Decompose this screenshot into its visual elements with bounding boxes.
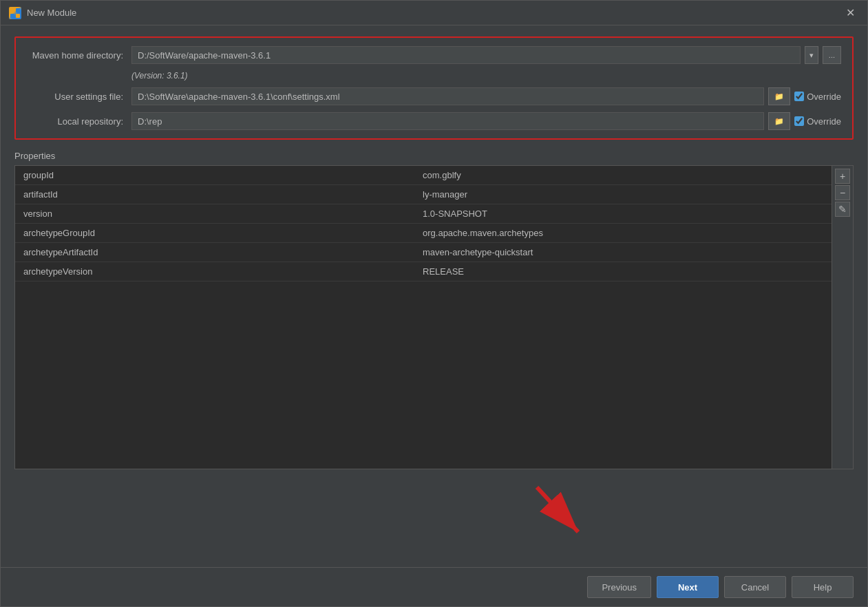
property-key: artifactId — [15, 189, 414, 200]
property-key: archetypeArtifactId — [15, 247, 414, 257]
table-actions: + − ✎ — [832, 166, 853, 469]
help-button[interactable]: Help — [792, 576, 854, 598]
footer: Previous Next Cancel Help — [1, 567, 867, 606]
local-repo-browse-btn[interactable]: 📁 — [768, 112, 790, 130]
svg-rect-1 — [16, 8, 20, 12]
table-row[interactable]: version 1.0-SNAPSHOT — [15, 204, 832, 224]
previous-button[interactable]: Previous — [587, 576, 651, 598]
maven-home-dropdown-btn[interactable]: ▾ — [805, 46, 818, 64]
property-value: 1.0-SNAPSHOT — [414, 209, 832, 219]
title-bar-left: New Module — [9, 7, 76, 19]
local-repo-override-checkbox[interactable] — [794, 116, 804, 126]
properties-table-wrap: groupId com.gblfy artifactId ly-manager … — [14, 165, 854, 469]
table-row[interactable]: archetypeGroupId org.apache.maven.archet… — [15, 224, 832, 243]
properties-title: Properties — [14, 151, 854, 161]
maven-home-row: Maven home directory: ▾ ... — [27, 46, 841, 64]
svg-line-5 — [537, 487, 578, 532]
table-row[interactable]: archetypeArtifactId maven-archetype-quic… — [15, 243, 832, 262]
local-repo-row: Local repository: 📁 Override — [27, 112, 841, 130]
title-bar: New Module ✕ — [1, 1, 867, 25]
remove-property-button[interactable]: − — [835, 185, 850, 200]
user-settings-label: User settings file: — [27, 92, 123, 102]
app-icon — [9, 7, 21, 19]
add-property-button[interactable]: + — [835, 169, 850, 184]
next-button[interactable]: Next — [657, 576, 719, 598]
maven-home-label: Maven home directory: — [27, 50, 123, 61]
close-button[interactable]: ✕ — [842, 5, 859, 21]
property-key: archetypeGroupId — [15, 228, 414, 238]
window-title: New Module — [27, 8, 76, 18]
local-repo-override-wrap: Override — [794, 116, 841, 127]
maven-home-input[interactable] — [131, 46, 801, 64]
table-row[interactable]: archetypeVersion RELEASE — [15, 262, 832, 281]
arrow-area — [14, 480, 854, 556]
local-repo-override-label: Override — [807, 116, 841, 127]
properties-table: groupId com.gblfy artifactId ly-manager … — [15, 166, 832, 469]
content-area: Maven home directory: ▾ ... (Version: 3.… — [1, 25, 867, 567]
user-settings-row: User settings file: 📁 Override — [27, 87, 841, 105]
property-value: RELEASE — [414, 266, 832, 277]
maven-version-hint: (Version: 3.6.1) — [131, 71, 841, 81]
table-row[interactable]: artifactId ly-manager — [15, 185, 832, 204]
property-key: groupId — [15, 170, 414, 180]
user-settings-override-wrap: Override — [794, 92, 841, 102]
user-settings-browse-btn[interactable]: 📁 — [768, 87, 790, 105]
property-value: com.gblfy — [414, 170, 832, 180]
table-row[interactable]: groupId com.gblfy — [15, 166, 832, 185]
local-repo-input-wrap: 📁 Override — [131, 112, 841, 130]
maven-home-browse-btn[interactable]: ... — [823, 46, 841, 64]
local-repo-input[interactable] — [131, 112, 764, 130]
user-settings-override-checkbox[interactable] — [794, 92, 804, 101]
local-repo-label: Local repository: — [27, 116, 123, 127]
svg-rect-3 — [16, 14, 20, 18]
cancel-button[interactable]: Cancel — [724, 576, 786, 598]
svg-rect-0 — [10, 8, 14, 12]
maven-section: Maven home directory: ▾ ... (Version: 3.… — [14, 36, 854, 140]
properties-section: Properties groupId com.gblfy artifactId … — [14, 151, 854, 469]
user-settings-override-label: Override — [807, 92, 841, 102]
property-value: ly-manager — [414, 189, 832, 200]
next-arrow-indicator — [523, 480, 592, 549]
user-settings-input[interactable] — [131, 87, 764, 105]
user-settings-input-wrap: 📁 Override — [131, 87, 841, 105]
dialog-new-module: New Module ✕ Maven home directory: ▾ ...… — [0, 0, 868, 607]
maven-home-input-wrap: ▾ ... — [131, 46, 841, 64]
edit-property-button[interactable]: ✎ — [835, 202, 850, 217]
svg-rect-2 — [10, 14, 14, 18]
property-key: archetypeVersion — [15, 266, 414, 277]
property-key: version — [15, 209, 414, 219]
property-value: org.apache.maven.archetypes — [414, 228, 832, 238]
property-value: maven-archetype-quickstart — [414, 247, 832, 257]
